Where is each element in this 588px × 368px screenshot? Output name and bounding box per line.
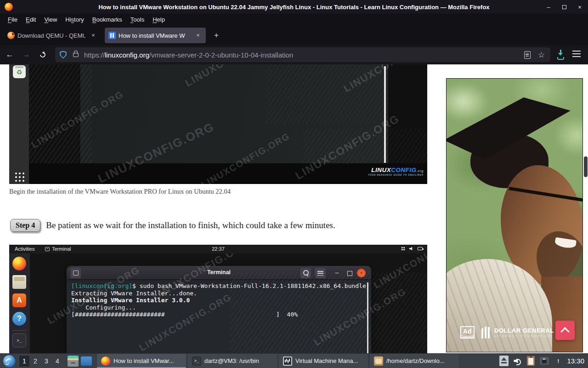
window-titlebar[interactable]: How to install VMware Workstation on Ubu…: [0, 0, 588, 14]
screenshot-bottom-strip: [9, 163, 427, 184]
files-icon: [374, 356, 383, 366]
app-grid-icon: [14, 171, 24, 182]
scroll-to-top-button[interactable]: [555, 321, 575, 340]
menu-file[interactable]: File: [4, 15, 22, 24]
taskbar-task[interactable]: Virtual Machine Mana...: [278, 354, 368, 368]
url-path: /vmware-server-2-0-2-ubuntu-10-04-instal…: [149, 51, 293, 59]
gnome-dock: [9, 253, 30, 353]
file-cabinet-icon[interactable]: [68, 356, 79, 367]
terminal-icon: [192, 356, 201, 366]
task-label: How to install VMwar...: [113, 357, 174, 364]
task-label: dartz@VM3: /usr/bin: [204, 357, 259, 364]
tab-close-icon[interactable]: ×: [194, 31, 202, 40]
menu-tools[interactable]: Tools: [126, 15, 148, 24]
display-icon[interactable]: [81, 356, 92, 366]
workspace-4[interactable]: 4: [52, 356, 62, 367]
download-arrow-icon: [560, 50, 561, 54]
task-label: Virtual Machine Mana...: [295, 357, 358, 364]
maximize-button[interactable]: [560, 2, 569, 12]
battery-icon: [418, 247, 423, 250]
taskbar-task[interactable]: How to install VMwar...: [96, 354, 187, 368]
vmm-icon: [283, 356, 292, 366]
workspace-2[interactable]: 2: [30, 356, 40, 367]
menu-edit[interactable]: Edit: [22, 15, 40, 24]
taskbar-task[interactable]: dartz@VM3: /usr/bin: [187, 354, 277, 368]
tracking-protection-shield-icon[interactable]: [60, 51, 67, 59]
menu-view[interactable]: View: [40, 15, 61, 24]
texture: [230, 272, 427, 353]
downloads-icon[interactable]: [555, 49, 568, 61]
gnome-clock: 22:37: [9, 246, 427, 252]
forward-button[interactable]: →: [19, 48, 33, 62]
tab-close-icon[interactable]: ×: [89, 31, 97, 40]
dollar-general-icon: [481, 327, 491, 339]
workspace-1[interactable]: 1: [19, 356, 29, 367]
logo-linux: LINUX: [371, 167, 391, 173]
firefox-icon: [101, 356, 110, 366]
lock-icon[interactable]: [73, 53, 79, 57]
screenshot-scrollbar: [384, 66, 386, 163]
workspace-3[interactable]: 3: [41, 356, 51, 367]
reload-button[interactable]: [36, 48, 50, 62]
terminal-prompt: [linuxconfig.org]: [71, 282, 132, 289]
qemu-favicon-icon: [7, 32, 15, 39]
url-bar[interactable]: https://linuxconfig.org/vmware-server-2-…: [55, 47, 550, 62]
window-title: How to install VMware Workstation on Ubu…: [0, 4, 588, 11]
volume-icon: [409, 247, 413, 251]
dollar-general-subtitle: LITERACY FOUNDATION: [494, 334, 554, 338]
close-button[interactable]: ×: [575, 2, 584, 12]
reload-icon: [39, 51, 47, 59]
system-tray: [499, 356, 562, 366]
task-label: /home/dartz/Downlo...: [386, 357, 444, 364]
tab-vmware-article[interactable]: How to install VMware W ×: [105, 28, 206, 43]
logo-config: CONFIG: [391, 167, 417, 173]
advertisement[interactable]: Ad Council DOLLAR GENERAL LITERACY FOUND…: [446, 78, 583, 352]
bookmark-star-icon[interactable]: ☆: [538, 50, 545, 60]
taskbar-clock: 13:30: [567, 357, 584, 365]
url-domain: linuxconfig.org: [105, 51, 149, 59]
logo-tagline: YOUR RESOURCE GUIDE TO GNU/LINUX: [368, 174, 424, 176]
step-badge: Step 4: [10, 219, 40, 232]
taskbar-tasks: How to install VMwar...dartz@VM3: /usr/b…: [96, 354, 497, 368]
network-tray-icon[interactable]: [540, 357, 549, 365]
ad-council-subtext: Council: [461, 335, 474, 338]
tab-download-qemu[interactable]: Download QEMU - QEMU ×: [4, 28, 101, 43]
image-caption: Begin the installation of the VMware Wor…: [9, 188, 231, 196]
screen: How to install VMware Workstation on Ubu…: [0, 0, 588, 368]
reader-view-icon[interactable]: [524, 51, 531, 59]
new-tab-button[interactable]: +: [210, 29, 222, 41]
back-button[interactable]: ←: [3, 48, 17, 62]
menu-history[interactable]: History: [61, 15, 88, 24]
download-tray-icon: [557, 57, 564, 60]
logo-org: .org: [417, 169, 424, 172]
menu-help[interactable]: Help: [148, 15, 169, 24]
ad-council-logo: Ad Council: [460, 326, 475, 339]
minimize-button[interactable]: –: [544, 2, 553, 12]
ad-council-text: Ad: [463, 328, 472, 335]
eject-tray-icon[interactable]: [499, 356, 509, 366]
url-text: https://linuxconfig.org/vmware-server-2-…: [84, 51, 524, 59]
updater-tray-icon[interactable]: [554, 357, 562, 365]
trash-icon: ♻: [13, 65, 26, 78]
gnome-tray: [401, 247, 423, 251]
article-screenshot-desktop: ♻ LINUXCONFIG.ORG LINUXCONFIG.ORG LINUXC…: [9, 64, 427, 184]
taskbar: 1234 How to install VMwar...dartz@VM3: /…: [0, 353, 588, 368]
firefox-dock-icon: [12, 257, 26, 270]
taskbar-task[interactable]: /home/dartz/Downlo...: [369, 354, 459, 368]
network-icon: [401, 247, 405, 251]
tab-label: Download QEMU - QEMU: [17, 32, 85, 39]
clipboard-tray-icon[interactable]: [527, 356, 535, 366]
linuxconfig-favicon-icon: [108, 32, 116, 39]
ubuntu-software-dock-icon: [12, 293, 26, 307]
page-scrollbar-thumb[interactable]: [584, 156, 588, 177]
menu-bookmarks[interactable]: Bookmarks: [88, 15, 126, 24]
firefox-logo-icon: [5, 3, 13, 11]
dollar-general-logo: DOLLAR GENERAL LITERACY FOUNDATION: [481, 327, 554, 339]
applications-menu-icon[interactable]: [3, 355, 15, 367]
workspace-switcher: 1234: [19, 356, 63, 367]
volume-tray-icon[interactable]: [514, 357, 522, 365]
article-screenshot-terminal: Activities Terminal 22:37: [9, 245, 427, 353]
hamburger-menu-icon[interactable]: [572, 51, 581, 57]
texture: [266, 64, 388, 124]
screenshot-dock: ♻: [9, 64, 29, 184]
